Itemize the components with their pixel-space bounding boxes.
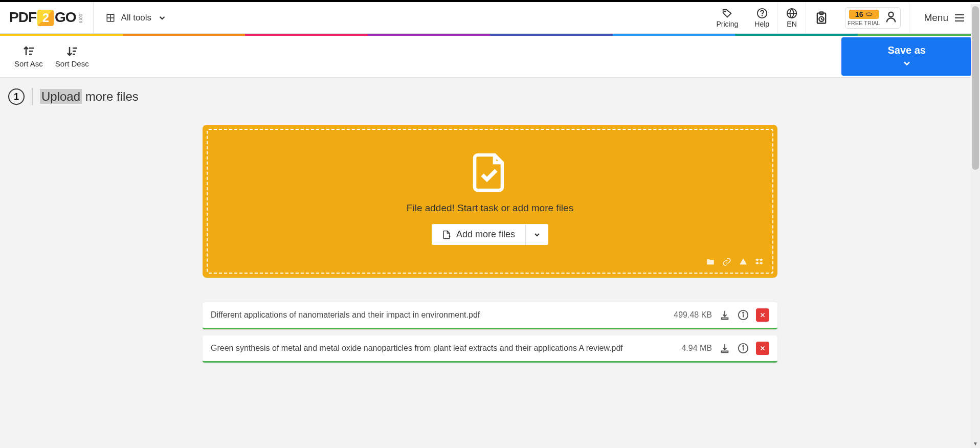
add-more-files-button[interactable]: Add more files: [432, 224, 525, 245]
step-separator: [32, 88, 33, 105]
sort-asc-label: Sort Asc: [14, 59, 43, 68]
google-drive-icon[interactable]: [739, 257, 748, 266]
hamburger-icon: [953, 12, 966, 24]
save-as-label: Save as: [887, 44, 926, 56]
chevron-down-icon: [533, 231, 541, 239]
file-check-icon: [472, 150, 508, 193]
top-header: PDF2GO .com All tools Pricing Help EN: [0, 2, 980, 34]
toolbar: Sort Asc Sort Desc Save as: [0, 36, 980, 78]
dropzone-message: File added! Start task or add more files: [407, 203, 573, 214]
chevron-down-icon: [158, 13, 167, 23]
scrollbar-down-button[interactable]: ▼: [971, 439, 980, 448]
svg-point-14: [889, 12, 894, 16]
logo-2: 2: [37, 10, 54, 26]
pricing-label: Pricing: [717, 20, 739, 28]
all-tools-button[interactable]: All tools: [94, 2, 180, 33]
menu-label: Menu: [924, 12, 948, 24]
trial-count: 16: [849, 10, 879, 19]
logo[interactable]: PDF2GO .com: [0, 2, 94, 33]
file-plus-icon: [442, 230, 451, 239]
delete-file-button[interactable]: [756, 308, 769, 322]
chevron-down-icon: [902, 58, 912, 69]
file-size: 4.94 MB: [681, 344, 712, 353]
scrollbar-thumb[interactable]: [972, 6, 979, 170]
close-icon: [759, 345, 766, 352]
help-label: Help: [754, 20, 769, 28]
tag-icon: [722, 8, 733, 19]
file-row: Different applications of nanomaterials …: [203, 302, 777, 329]
language-label: EN: [787, 20, 796, 28]
add-more-files-label: Add more files: [456, 229, 515, 240]
all-tools-label: All tools: [121, 13, 152, 23]
grid-icon: [106, 13, 115, 23]
file-name: Different applications of nanomaterials …: [211, 310, 666, 320]
sort-desc-button[interactable]: Sort Desc: [49, 41, 95, 72]
file-row: Green synthesis of metal and metal oxide…: [203, 335, 777, 363]
svg-point-13: [866, 13, 872, 16]
logo-pdf: PDF: [9, 9, 36, 25]
svg-point-5: [762, 15, 762, 16]
svg-point-30: [743, 312, 744, 313]
sort-desc-label: Sort Desc: [55, 59, 89, 68]
svg-point-35: [743, 346, 744, 347]
main-content: 1 Upload more files File added! Start ta…: [0, 78, 980, 448]
file-size: 499.48 KB: [674, 310, 712, 320]
pricing-button[interactable]: Pricing: [708, 2, 747, 33]
help-button[interactable]: Help: [746, 2, 777, 33]
dropzone-source-icons: [706, 257, 764, 266]
help-icon: [756, 8, 768, 19]
sort-asc-icon: [23, 45, 35, 57]
avatar-icon[interactable]: [884, 10, 898, 26]
dropbox-icon[interactable]: [755, 257, 764, 266]
language-button[interactable]: EN: [777, 2, 806, 33]
svg-point-3: [724, 11, 725, 12]
sort-desc-icon: [66, 45, 78, 57]
coin-icon: [865, 12, 873, 17]
svg-line-12: [821, 19, 822, 19]
file-name: Green synthesis of metal and metal oxide…: [211, 344, 674, 353]
sort-asc-button[interactable]: Sort Asc: [8, 41, 49, 72]
clipboard-history-icon: [814, 11, 829, 25]
scrollbar[interactable]: ▲ ▼: [971, 4, 980, 448]
step-header: 1 Upload more files: [0, 78, 980, 116]
trial-label: FREE TRIAL: [848, 20, 880, 26]
step-number: 1: [8, 88, 25, 105]
link-icon[interactable]: [722, 257, 731, 266]
save-as-button[interactable]: Save as: [841, 37, 972, 76]
dropzone[interactable]: File added! Start task or add more files…: [203, 125, 777, 278]
close-icon: [759, 311, 766, 319]
menu-button[interactable]: Menu: [909, 2, 980, 33]
add-more-files-dropdown[interactable]: [525, 224, 548, 245]
download-icon[interactable]: [719, 343, 730, 354]
history-button[interactable]: [806, 2, 837, 33]
file-list: Different applications of nanomaterials …: [203, 302, 777, 363]
info-icon[interactable]: [738, 309, 749, 321]
globe-icon: [786, 8, 797, 19]
download-icon[interactable]: [719, 309, 730, 321]
step-title: Upload more files: [40, 89, 139, 104]
folder-icon[interactable]: [706, 257, 715, 266]
trial-box[interactable]: 16 FREE TRIAL: [845, 7, 901, 29]
logo-com: .com: [78, 12, 84, 24]
delete-file-button[interactable]: [756, 342, 769, 355]
logo-go: GO: [55, 9, 76, 25]
info-icon[interactable]: [738, 343, 749, 354]
